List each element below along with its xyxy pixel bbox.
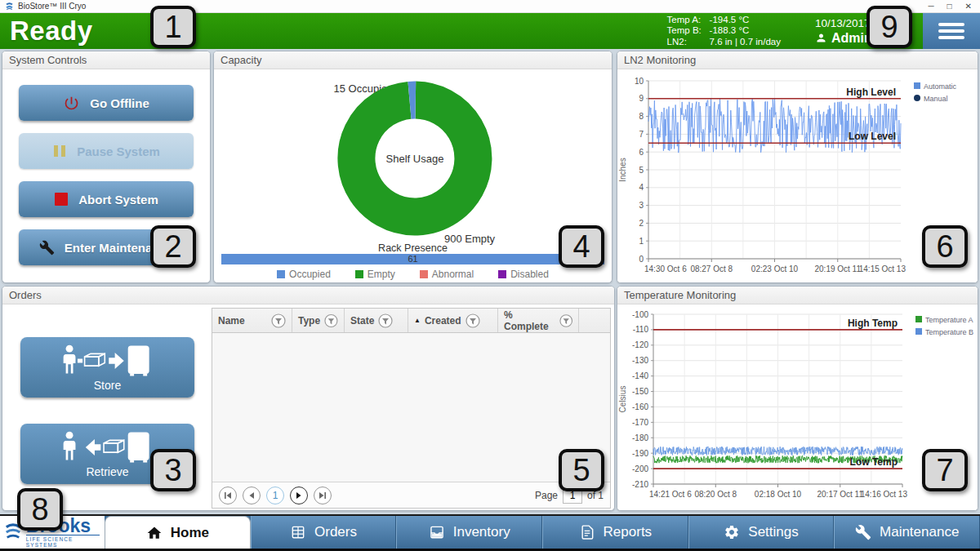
svg-text:Automatic: Automatic xyxy=(924,82,957,91)
orders-table-body xyxy=(212,333,610,482)
svg-text:High Level: High Level xyxy=(846,87,896,98)
ln2-monitoring-panel: LN2 Monitoring 01234567891014:30 Oct 608… xyxy=(617,51,978,283)
last-page-button[interactable] xyxy=(314,487,332,504)
tab-maintenance[interactable]: Maintenance xyxy=(834,516,980,549)
capacity-legend: Occupied Empty Abnormal Disabled xyxy=(214,269,612,280)
hamburger-icon xyxy=(938,23,964,26)
wrench-icon xyxy=(39,240,55,256)
column-name[interactable]: Name xyxy=(212,309,292,332)
svg-text:-180: -180 xyxy=(632,433,648,442)
svg-text:14:30 Oct 6: 14:30 Oct 6 xyxy=(644,264,687,273)
svg-text:20:19 Oct 11: 20:19 Oct 11 xyxy=(814,264,861,273)
page-of-label: of 1 xyxy=(587,490,604,501)
tab-settings-label: Settings xyxy=(748,524,798,540)
sensor-readings: Temp A:-194.5 °C Temp B:-188.3 °C LN2:7.… xyxy=(667,15,781,48)
svg-text:8: 8 xyxy=(639,112,644,121)
first-page-button[interactable] xyxy=(219,487,237,504)
svg-text:5: 5 xyxy=(639,166,644,175)
close-button[interactable]: ✕ xyxy=(965,1,972,12)
filter-icon[interactable] xyxy=(466,313,480,328)
svg-text:2: 2 xyxy=(639,219,644,228)
retrieve-button[interactable]: Retrieve xyxy=(20,424,194,484)
orders-panel: Orders Store xyxy=(2,286,615,511)
panel-title: Temperature Monitoring xyxy=(617,287,978,304)
column-created[interactable]: ▲ Created xyxy=(408,309,498,332)
svg-text:6: 6 xyxy=(639,148,644,157)
orders-icon xyxy=(290,524,306,540)
store-label: Store xyxy=(94,379,121,392)
go-offline-button[interactable]: Go Offline xyxy=(19,85,194,121)
pause-system-button[interactable]: Pause System xyxy=(19,133,194,169)
tab-reports-label: Reports xyxy=(604,524,653,540)
tab-reports[interactable]: Reports xyxy=(542,516,688,549)
panel-title: Capacity xyxy=(214,51,612,69)
inventory-icon xyxy=(429,524,445,540)
rack-presence-bar: 61 xyxy=(221,254,604,264)
tab-home-label: Home xyxy=(171,525,209,541)
orders-table: Name Type State ▲ Created xyxy=(212,308,611,509)
current-user[interactable]: Admin xyxy=(815,31,911,46)
svg-text:20:17 Oct 11: 20:17 Oct 11 xyxy=(817,490,863,499)
panel-title: LN2 Monitoring xyxy=(617,51,978,69)
tab-home[interactable]: Home xyxy=(105,516,251,549)
page-label: Page xyxy=(535,490,558,501)
current-page-button[interactable]: 1 xyxy=(266,487,284,504)
tab-inventory[interactable]: Inventory xyxy=(396,516,542,549)
user-icon xyxy=(815,32,827,44)
svg-text:08:20 Oct 8: 08:20 Oct 8 xyxy=(694,490,737,499)
date-user-block: 10/13/2017 Admin xyxy=(815,17,911,46)
abort-system-button[interactable]: Abort System xyxy=(19,181,194,217)
tab-orders[interactable]: Orders xyxy=(251,516,397,549)
filter-icon[interactable] xyxy=(324,313,338,328)
page-number-input[interactable] xyxy=(563,487,582,504)
current-date: 10/13/2017 xyxy=(815,17,911,29)
temperature-chart: -210-200-190-180-170-160-150-140-130-120… xyxy=(617,304,978,510)
svg-text:-170: -170 xyxy=(632,418,648,427)
empty-swatch xyxy=(355,270,363,278)
home-icon xyxy=(146,525,163,541)
column-state[interactable]: State xyxy=(345,309,408,332)
sort-asc-icon: ▲ xyxy=(414,317,421,324)
bottom-navigation: Brooks LIFE SCIENCE SYSTEMS Home Orders … xyxy=(0,514,980,549)
main-content: System Controls Go Offline Pause System xyxy=(0,49,980,514)
filter-icon[interactable] xyxy=(378,313,393,328)
column-type[interactable]: Type xyxy=(292,309,345,332)
menu-button[interactable] xyxy=(923,13,980,49)
retrieve-label: Retrieve xyxy=(86,465,128,478)
status-banner: Ready Temp A:-194.5 °C Temp B:-188.3 °C … xyxy=(0,13,980,49)
system-controls-panel: System Controls Go Offline Pause System xyxy=(2,51,211,283)
system-status: Ready xyxy=(10,15,93,47)
svg-text:Low Temp: Low Temp xyxy=(850,456,898,468)
app-icon xyxy=(5,2,14,11)
created-column-label: Created xyxy=(425,315,461,327)
rack-presence-label: Rack Presence xyxy=(214,242,612,254)
orders-table-header: Name Type State ▲ Created xyxy=(212,309,610,333)
disabled-swatch xyxy=(498,270,506,278)
name-column-label: Name xyxy=(218,315,245,327)
panel-title: System Controls xyxy=(2,51,210,69)
user-name: Admin xyxy=(831,31,872,46)
enter-maintenance-button[interactable]: Enter Maintenance xyxy=(19,229,194,265)
filter-icon[interactable] xyxy=(271,313,286,328)
next-page-button[interactable] xyxy=(290,487,308,504)
panel-title: Orders xyxy=(2,287,614,304)
store-button[interactable]: Store xyxy=(20,337,194,398)
minimize-button[interactable]: ─ xyxy=(928,1,933,12)
svg-text:4: 4 xyxy=(639,183,644,192)
tab-settings[interactable]: Settings xyxy=(688,516,835,549)
filter-icon[interactable] xyxy=(559,313,572,328)
temperature-monitoring-panel: Temperature Monitoring -210-200-190-180-… xyxy=(617,286,978,511)
type-column-label: Type xyxy=(298,315,320,327)
svg-text:Low Level: Low Level xyxy=(849,131,896,142)
temp-a-value: -194.5 °C xyxy=(710,15,750,26)
column-complete[interactable]: % Complete xyxy=(498,309,579,332)
maximize-button[interactable]: □ xyxy=(947,1,952,12)
rack-presence-value: 61 xyxy=(221,254,604,264)
svg-text:Temperature B: Temperature B xyxy=(925,328,973,336)
tab-inventory-label: Inventory xyxy=(453,524,510,540)
svg-text:Inches: Inches xyxy=(618,158,627,181)
prev-page-button[interactable] xyxy=(243,487,261,504)
temp-b-label: Temp B: xyxy=(667,25,710,37)
svg-text:3: 3 xyxy=(639,201,644,210)
svg-text:10: 10 xyxy=(635,77,644,86)
